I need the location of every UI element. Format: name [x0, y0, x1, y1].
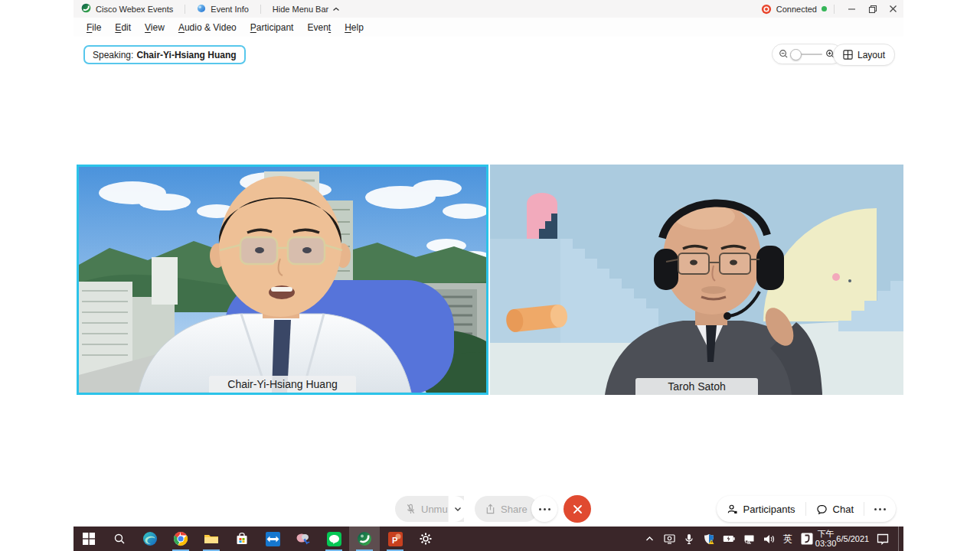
- clock-time: 下午 03:30: [815, 529, 837, 549]
- chat-icon: [816, 504, 828, 515]
- participant-name-label: Taroh Satoh: [635, 378, 758, 395]
- more-options-button[interactable]: [531, 496, 557, 522]
- share-icon: [485, 504, 495, 514]
- tray-show-hidden-button[interactable]: [639, 527, 659, 551]
- menu-event[interactable]: Event: [300, 22, 338, 33]
- video-tile-satoh[interactable]: Taroh Satoh: [490, 165, 903, 395]
- taskbar-microsoft-store[interactable]: [227, 527, 257, 551]
- participant-name-label: Chair-Yi-Hsiang Huang: [209, 376, 356, 393]
- microphone-icon: [684, 533, 694, 545]
- folder-icon: [204, 533, 219, 545]
- window-title: Cisco Webex Events: [96, 5, 173, 14]
- action-center-button[interactable]: [867, 527, 898, 551]
- wireless-display-icon: [664, 533, 675, 544]
- zoom-slider-handle[interactable]: [790, 49, 802, 60]
- connection-status: Connected: [776, 5, 817, 14]
- speaker-icon: [763, 534, 775, 544]
- taskbar-webex[interactable]: [349, 527, 380, 551]
- ellipsis-icon: [874, 508, 886, 510]
- video-tile-active-speaker[interactable]: Chair-Yi-Hsiang Huang: [77, 165, 488, 395]
- tray-microphone[interactable]: [679, 527, 699, 551]
- unmute-options-button[interactable]: [448, 496, 467, 522]
- taskbar-powerpoint[interactable]: P: [380, 527, 410, 551]
- start-button[interactable]: [74, 527, 104, 551]
- shield-warning-icon: [704, 533, 714, 545]
- chevron-up-icon: [645, 536, 654, 542]
- tray-battery[interactable]: [719, 527, 739, 551]
- menu-audio-video[interactable]: Audio & Video: [172, 22, 243, 33]
- taskbar-chrome[interactable]: [165, 527, 196, 551]
- leave-meeting-button[interactable]: [564, 495, 591, 523]
- ethernet-display-icon: [743, 534, 755, 544]
- speaker-name: Chair-Yi-Hsiang Huang: [136, 50, 236, 60]
- connected-green-dot: [822, 6, 827, 11]
- taskbar-edge[interactable]: [135, 527, 165, 551]
- tray-ime-mode[interactable]: [797, 527, 817, 551]
- battery-charging-icon: [723, 535, 735, 543]
- desktop: Cisco Webex Events Event Info Hide Menu …: [0, 0, 980, 551]
- teamviewer-icon: [266, 532, 280, 546]
- tray-security[interactable]: [699, 527, 719, 551]
- share-button[interactable]: Share: [475, 496, 538, 522]
- menu-help[interactable]: Help: [338, 22, 371, 33]
- recording-status-icon: [761, 4, 772, 15]
- participants-button[interactable]: Participants: [717, 496, 805, 522]
- taskbar-search-button[interactable]: [104, 527, 135, 551]
- tray-ime-language[interactable]: 英: [779, 527, 797, 551]
- tray-network[interactable]: [739, 527, 759, 551]
- participants-icon: [727, 504, 738, 515]
- gear-icon: [419, 532, 433, 546]
- taskbar-file-explorer[interactable]: [196, 527, 227, 551]
- titlebar: Cisco Webex Events Event Info Hide Menu …: [74, 0, 903, 18]
- show-desktop-button[interactable]: [898, 527, 903, 551]
- zoom-control: [772, 44, 842, 64]
- webex-logo-icon: [81, 3, 91, 15]
- chrome-icon: [173, 531, 188, 546]
- video-grid: Chair-Yi-Hsiang Huang: [74, 165, 903, 395]
- system-tray: 英 下午 03:30 6/5/2021: [639, 527, 903, 551]
- edge-icon: [142, 531, 158, 546]
- more-panels-button[interactable]: [864, 496, 896, 522]
- menu-file[interactable]: File: [80, 22, 108, 33]
- screen-area: Cisco Webex Events Event Info Hide Menu …: [74, 0, 903, 551]
- tray-clock[interactable]: 下午 03:30 6/5/2021: [817, 527, 867, 551]
- search-icon: [113, 533, 126, 545]
- store-bag-icon: [235, 532, 249, 546]
- tray-volume[interactable]: [759, 527, 779, 551]
- mic-muted-icon: [406, 504, 416, 515]
- chat-button[interactable]: Chat: [806, 496, 864, 522]
- line-icon: [327, 532, 341, 546]
- tray-display-connect[interactable]: [659, 527, 679, 551]
- menu-view[interactable]: View: [138, 22, 172, 33]
- svg-text:P: P: [392, 535, 397, 544]
- call-controls: Unmute Share: [74, 495, 903, 524]
- taskbar-settings[interactable]: [410, 527, 441, 551]
- video-scene-satoh: [490, 165, 903, 395]
- clock-date: 6/5/2021: [836, 534, 869, 544]
- layout-button[interactable]: Layout: [833, 44, 895, 66]
- webex-window: Cisco Webex Events Event Info Hide Menu …: [74, 0, 903, 527]
- divider: [185, 5, 185, 14]
- menu-participant[interactable]: Participant: [243, 22, 301, 33]
- zoom-out-icon[interactable]: [779, 49, 789, 59]
- grid-icon: [843, 50, 853, 60]
- event-info-button[interactable]: Event Info: [211, 5, 249, 14]
- notification-icon: [877, 533, 889, 545]
- taskbar-line[interactable]: [318, 527, 349, 551]
- windows-logo-icon: [83, 533, 95, 545]
- windows-taskbar: P: [74, 527, 903, 551]
- zoom-slider[interactable]: [792, 54, 822, 55]
- chevron-up-icon: [332, 6, 340, 12]
- ellipsis-icon: [539, 508, 550, 510]
- close-button[interactable]: [883, 0, 903, 18]
- minimize-button[interactable]: [841, 0, 862, 18]
- menubar: File Edit View Audio & Video Participant…: [74, 18, 903, 37]
- maximize-button[interactable]: [862, 0, 883, 18]
- menu-edit[interactable]: Edit: [108, 22, 138, 33]
- taskbar-medical-app[interactable]: [288, 527, 318, 551]
- panel-buttons: Participants Chat: [717, 496, 896, 522]
- event-info-icon: [197, 4, 206, 15]
- taskbar-teamviewer[interactable]: [257, 527, 288, 551]
- hide-menu-bar-button[interactable]: Hide Menu Bar: [273, 5, 340, 14]
- close-x-icon: [573, 504, 583, 514]
